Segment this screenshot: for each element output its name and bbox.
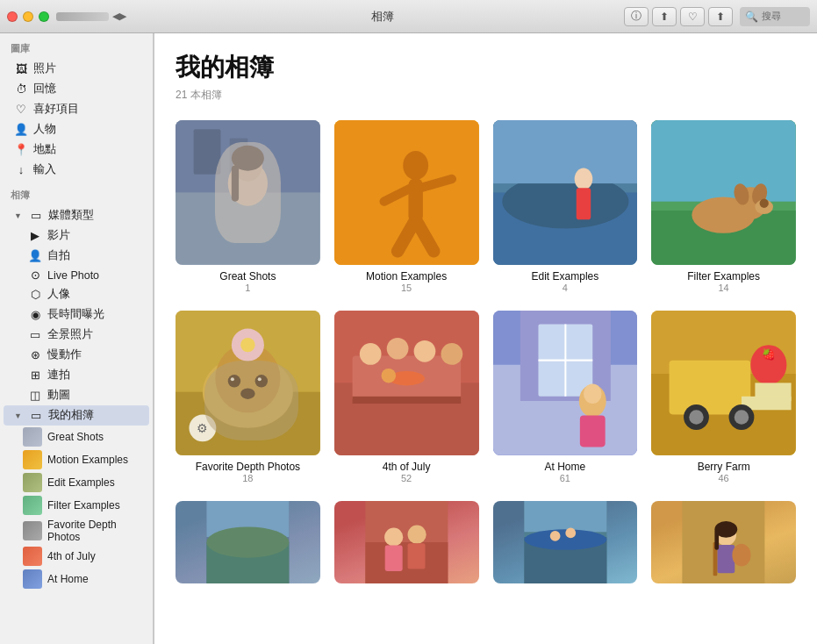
album-name: Edit Examples <box>532 270 599 283</box>
album-cover-filter <box>651 120 796 265</box>
album-cell-fav-depth[interactable]: ⚙ Favorite Depth Photos 18 <box>176 311 320 483</box>
svg-rect-83 <box>407 543 425 569</box>
panorama-icon: ▭ <box>28 328 42 341</box>
sidebar-album-motion-examples[interactable]: Motion Examples <box>4 448 149 471</box>
album-cell-edit-examples[interactable]: Edit Examples 4 <box>493 120 638 293</box>
sidebar-item-slo-mo[interactable]: ⊛ 慢動作 <box>18 345 149 365</box>
album-cell-r3-4[interactable] <box>651 501 796 589</box>
sidebar-item-burst[interactable]: ⊞ 連拍 <box>18 365 149 385</box>
sidebar-item-import[interactable]: ↓ 輸入 <box>4 160 149 180</box>
places-icon: 📍 <box>14 143 28 156</box>
sidebar-album-july[interactable]: 4th of July <box>4 545 149 568</box>
album-label: 4th of July <box>47 550 96 562</box>
action-button[interactable]: ⬆ <box>708 7 733 26</box>
sidebar-item-favorites[interactable]: ♡ 喜好項目 <box>4 99 149 119</box>
sidebar-item-label: 連拍 <box>47 368 70 383</box>
album-cell-home[interactable]: At Home 61 <box>493 311 638 483</box>
minimize-button[interactable] <box>23 11 33 22</box>
sidebar: 圖庫 🖼 照片 ⏱ 回憶 ♡ 喜好項目 👤 人物 📍 地點 ↓ 輸入 相簿 ▼ <box>0 33 154 644</box>
album-cell-great-shots[interactable]: Great Shots 1 <box>176 120 320 293</box>
sidebar-item-selfies[interactable]: 👤 自拍 <box>18 246 149 266</box>
sidebar-item-photos[interactable]: 🖼 照片 <box>4 59 149 79</box>
sidebar-resize[interactable]: ◀▶ <box>56 11 126 22</box>
sidebar-item-label: 我的相簿 <box>48 408 94 423</box>
svg-point-71 <box>689 410 703 424</box>
album-name: 4th of July <box>383 461 431 473</box>
svg-rect-21 <box>576 188 590 219</box>
svg-rect-3 <box>230 139 248 175</box>
page-title: 我的相簿 <box>176 51 796 84</box>
sidebar-item-live[interactable]: ⊙ Live Photo <box>18 266 149 284</box>
sidebar-item-portrait[interactable]: ⬡ 人像 <box>18 284 149 304</box>
album-cover-motion <box>334 120 479 265</box>
svg-point-36 <box>240 338 254 352</box>
album-cover-fav-depth: ⚙ <box>176 311 320 455</box>
sidebar-item-label: 長時間曝光 <box>47 307 104 322</box>
close-button[interactable] <box>7 11 18 22</box>
sidebar-my-albums[interactable]: ▼ ▭ 我的相簿 <box>4 405 149 426</box>
sidebar-item-long-exp[interactable]: ◉ 長時間曝光 <box>18 304 149 325</box>
sidebar-item-animated[interactable]: ◫ 動圖 <box>18 385 149 405</box>
album-cell-july[interactable]: 4th of July 52 <box>334 311 479 483</box>
album-count-num: 46 <box>719 473 729 483</box>
share-button[interactable]: ⬆ <box>652 7 677 26</box>
album-count-num: 14 <box>719 283 729 293</box>
sidebar-item-movies[interactable]: ▶ 影片 <box>18 225 149 246</box>
album-thumb-july <box>23 547 42 566</box>
sidebar-media-types[interactable]: ▼ ▭ 媒體類型 <box>4 205 149 225</box>
album-count-num: 61 <box>560 473 570 483</box>
sidebar-album-home[interactable]: At Home <box>4 568 149 590</box>
sidebar-album-fav-depth[interactable]: Favorite Depth Photos <box>4 517 149 545</box>
album-name: Filter Examples <box>687 270 760 283</box>
sidebar-album-filter-examples[interactable]: Filter Examples <box>4 494 149 517</box>
svg-point-10 <box>403 151 428 180</box>
album-cell-filter-examples[interactable]: Filter Examples 14 <box>651 120 796 293</box>
album-count: 21 本相簿 <box>176 88 796 103</box>
search-box[interactable]: 🔍 搜尋 <box>740 7 810 26</box>
info-button[interactable]: ⓘ <box>624 7 649 26</box>
album-cover-r3-1 <box>176 501 320 583</box>
favorite-button[interactable]: ♡ <box>680 7 705 26</box>
svg-rect-86 <box>524 501 606 532</box>
svg-point-87 <box>524 529 606 550</box>
selfies-icon: 👤 <box>28 249 42 262</box>
sidebar-item-people[interactable]: 👤 人物 <box>4 119 149 140</box>
search-icon: 🔍 <box>745 11 758 23</box>
sidebar-item-label: 回憶 <box>33 82 56 97</box>
portrait-icon: ⬡ <box>28 288 42 301</box>
album-cell-r3-3[interactable] <box>493 501 638 589</box>
album-cell-berry-farm[interactable]: 🍓 Berry Farm 46 <box>651 311 796 483</box>
sidebar-item-panorama[interactable]: ▭ 全景照片 <box>18 325 149 345</box>
traffic-lights <box>7 11 49 22</box>
svg-point-33 <box>203 355 293 427</box>
svg-point-30 <box>760 199 769 208</box>
app-body: 圖庫 🖼 照片 ⏱ 回憶 ♡ 喜好項目 👤 人物 📍 地點 ↓ 輸入 相簿 ▼ <box>0 33 817 644</box>
sidebar-item-memories[interactable]: ⏱ 回憶 <box>4 79 149 99</box>
svg-point-93 <box>733 543 751 566</box>
svg-rect-92 <box>718 544 735 572</box>
maximize-button[interactable] <box>39 11 49 22</box>
album-cover-r3-3 <box>493 501 638 583</box>
albums-section-label: 相簿 <box>0 180 153 205</box>
album-name: Favorite Depth Photos <box>196 461 300 473</box>
album-cover-berry: 🍓 <box>651 311 796 455</box>
album-count-num: 1 <box>245 283 250 293</box>
long-exp-icon: ◉ <box>28 308 42 321</box>
album-cell-motion-examples[interactable]: Motion Examples 15 <box>334 120 479 293</box>
search-label: 搜尋 <box>762 10 781 23</box>
svg-point-20 <box>574 168 592 190</box>
album-label: At Home <box>47 573 89 585</box>
album-cell-r3-1[interactable] <box>176 501 320 589</box>
sidebar-album-edit-examples[interactable]: Edit Examples <box>4 471 149 494</box>
sidebar-album-great-shots[interactable]: Great Shots <box>4 426 149 448</box>
album-cell-r3-2[interactable] <box>334 501 479 589</box>
album-thumb-edit <box>23 473 42 492</box>
sidebar-item-label: 影片 <box>47 228 70 243</box>
album-label: Favorite Depth Photos <box>47 519 139 543</box>
sidebar-item-label: 輸入 <box>33 162 56 177</box>
sidebar-item-places[interactable]: 📍 地點 <box>4 140 149 160</box>
people-icon: 👤 <box>14 123 28 136</box>
sidebar-item-label: 慢動作 <box>47 347 82 362</box>
photos-icon: 🖼 <box>14 62 28 75</box>
album-thumb-filter <box>23 496 42 515</box>
